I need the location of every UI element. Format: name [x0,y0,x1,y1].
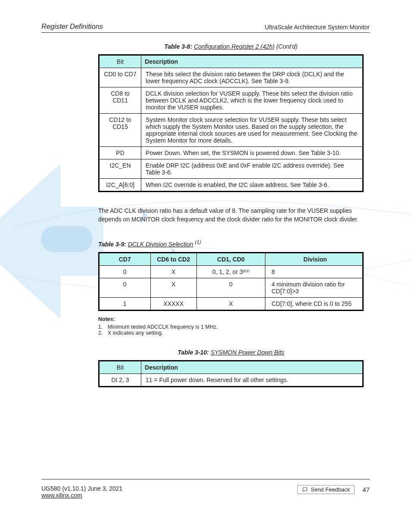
svg-marker-0 [0,164,103,319]
table-row: CD12 to CD15 System Monitor clock source… [99,114,363,147]
table3-caption: Table 3-10: SYSMON Power Down Bits [98,349,364,356]
table-row: I2C_EN Enable DRP I2C (address 0xE and 0… [99,159,363,179]
table-row: 0 X 0 4 minimum division ratio for CD[7:… [99,278,363,298]
table-row: CD0 to CD7 These bits select the divisio… [99,68,363,87]
footer-rule [41,479,370,479]
table2-caption: Table 3-9: DCLK Division Selection (1) [98,240,364,248]
table3-header-row: Bit Description [99,361,363,374]
footer-right: Send Feedback 47 [297,485,370,494]
table2-header-row: CD7 CD6 to CD2 CD1, CD0 Division [99,253,363,266]
table-row: DI 2, 3 11 = Full power down. Reserved f… [99,374,363,387]
table-dclk-division: CD7 CD6 to CD2 CD1, CD0 Division 0 X 0, … [98,252,364,311]
table1-col-bit: Bit [99,55,141,68]
running-header-right: UltraScale Architecture System Monitor [265,24,370,31]
running-header-left: Register Definitions [41,22,103,31]
table2-col-cd1-0: CD1, CD0 [196,253,265,266]
table-power-down-bits: Bit Description DI 2, 3 11 = Full power … [98,360,364,387]
table-row: PD Power Down. When set, the SYSMON is p… [99,147,363,159]
table-row: I2C_A[6:0] When I2C override is enabled,… [99,179,363,192]
send-feedback-button[interactable]: Send Feedback [297,485,355,494]
table3-col-desc: Description [141,361,363,374]
table2-notes: Notes: 1.Minimum tested ADCCLK frequency… [98,316,364,336]
table1-header-row: Bit Description [99,55,363,68]
table2-col-div: Division [265,253,363,266]
svg-rect-1 [41,226,93,252]
feedback-icon [302,487,308,493]
table-row: 0 X 0, 1, 2, or 3²⁽²⁾ 8 [99,266,363,278]
table1-col-desc: Description [141,55,363,68]
table2-col-cd7: CD7 [99,253,151,266]
footer-left: UG580 (v1.10.1) June 3, 2021 www.xilinx.… [41,485,122,499]
paragraph-adc-clk: The ADC CLK division ratio has a default… [98,207,364,224]
header-rule [41,32,370,33]
table3-col-bit: Bit [99,361,141,374]
table-row: CD8 to CD11 DCLK division selection for … [99,87,363,114]
table2-col-cd6-2: CD6 to CD2 [150,253,196,266]
table1-caption: Table 3-8: Configuration Register 2 (42h… [98,43,364,50]
page-number: 47 [362,486,370,493]
table-config-register-2: Bit Description CD0 to CD7 These bits se… [98,54,364,192]
table-row: 1 XXXXX X CD[7:0], where CD is 0 to 255 [99,298,363,311]
